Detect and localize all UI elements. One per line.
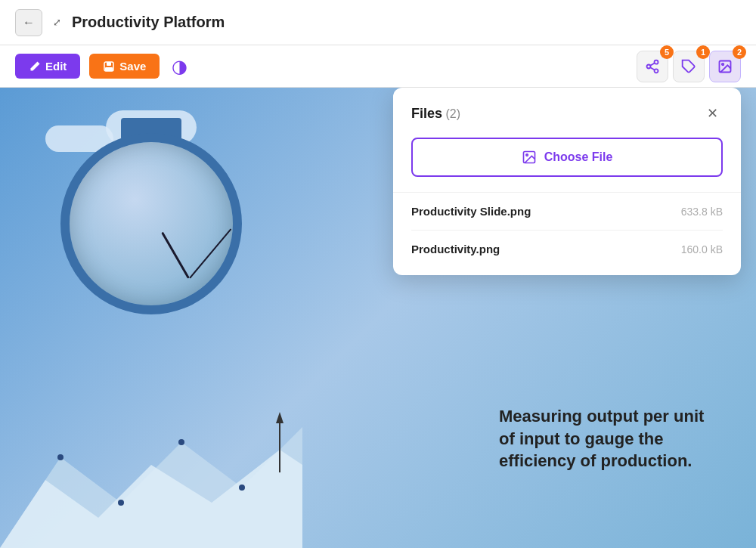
pencil-icon [29,60,41,73]
svg-point-13 [57,454,64,460]
close-icon: ✕ [707,105,718,122]
tag-badge: 1 [696,45,710,59]
svg-line-7 [650,63,655,65]
main-content: Measuring output per unit of input to ga… [0,88,756,548]
share-badge: 5 [660,45,674,59]
tag-button[interactable]: 1 [673,51,705,82]
clock-minute-hand [189,228,231,278]
file-row-0: Productivity Slide.png 633.8 kB [411,193,723,231]
clock-hour-hand [161,232,190,279]
svg-point-15 [178,439,184,445]
toolbar-right: 5 1 2 [637,51,741,82]
image-button[interactable]: 2 [709,51,741,82]
tag-icon [681,59,696,74]
files-panel-header: Files (2) ✕ [411,103,723,124]
file-name-0: Productivity Slide.png [411,205,531,218]
edit-button[interactable]: Edit [15,54,80,79]
svg-point-4 [647,64,651,68]
svg-marker-18 [276,412,284,423]
svg-point-10 [722,63,724,65]
expand-icon[interactable]: ⤢ [53,17,61,28]
back-icon: ← [23,16,35,29]
files-title: Files (2) [411,106,460,122]
save-button[interactable]: Save [89,54,160,79]
share-button[interactable]: 5 [637,51,668,82]
page-title: Productivity Platform [72,14,741,31]
save-icon [103,60,115,73]
mountains-illustration [0,397,302,548]
svg-point-5 [655,69,658,73]
files-panel: Files (2) ✕ Choose File Productivity Sli… [393,88,741,275]
back-button[interactable]: ← [15,9,42,36]
svg-point-14 [118,500,124,506]
clock-face [60,133,242,314]
image-upload-icon [522,150,537,165]
svg-point-20 [525,154,528,156]
file-size-0: 633.8 kB [681,206,723,218]
svg-point-3 [655,60,658,63]
svg-line-6 [650,67,655,70]
svg-rect-1 [107,62,111,66]
toggle-icon[interactable]: ◑ [172,56,187,77]
slide-text: Measuring output per unit of input to ga… [499,405,711,472]
image-badge: 2 [733,45,746,59]
svg-point-16 [239,485,245,491]
svg-marker-12 [0,450,302,548]
file-size-1: 160.0 kB [681,243,723,255]
svg-rect-2 [105,67,113,71]
header: ← ⤢ Productivity Platform [0,0,756,45]
close-files-button[interactable]: ✕ [702,103,723,124]
choose-file-button[interactable]: Choose File [411,138,723,177]
toolbar: Edit Save ◑ 5 1 [0,45,756,88]
image-icon [717,59,733,74]
file-name-1: Productivity.png [411,243,500,255]
share-icon [645,59,660,74]
file-row-1: Productivity.png 160.0 kB [411,231,723,268]
